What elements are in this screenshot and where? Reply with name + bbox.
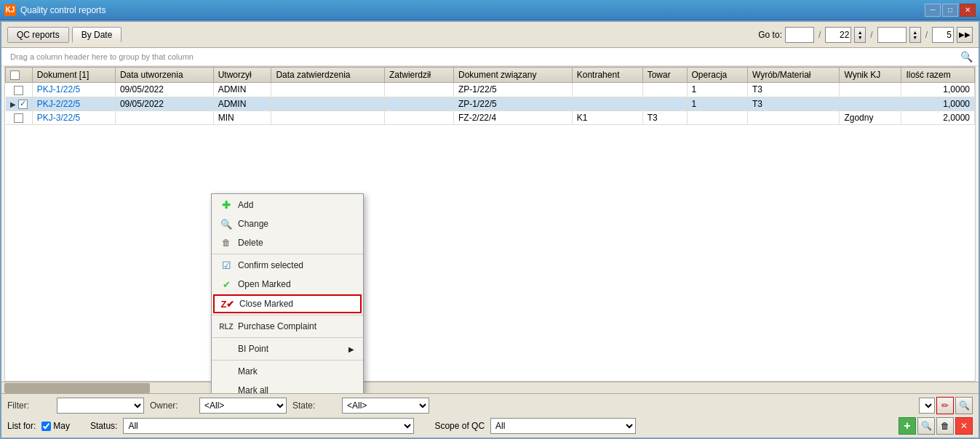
- row3-towar: T3: [642, 110, 687, 124]
- table-row[interactable]: PKJ-3/22/5 MIN FZ-2/22/4 K1 T3 Zgodny 2,…: [6, 110, 975, 124]
- context-menu-bi-point[interactable]: BI Point ▶: [212, 339, 363, 358]
- context-menu-add[interactable]: ✚ Add: [212, 196, 363, 214]
- col-header-data-utw[interactable]: Data utworzenia: [115, 68, 213, 83]
- context-menu-delete[interactable]: 🗑 Delete: [212, 233, 363, 252]
- ctx-mark-all-label: Mark all: [238, 385, 268, 393]
- listfor-checkbox[interactable]: [41, 422, 51, 431]
- row2-towar: [642, 97, 687, 110]
- col-header-data-zatw[interactable]: Data zatwierdzenia: [271, 68, 385, 83]
- goto-input-1[interactable]: [785, 27, 814, 43]
- close-button[interactable]: ✕: [960, 4, 976, 17]
- state-select[interactable]: <All>: [342, 398, 429, 414]
- drag-hint-text: Drag a column header here to group by th…: [10, 52, 194, 61]
- row2-kontrahent: [572, 97, 642, 110]
- close-red-button[interactable]: ✕: [955, 417, 973, 435]
- context-menu-change[interactable]: 🔍 Change: [212, 214, 363, 233]
- status-select[interactable]: All: [123, 418, 414, 434]
- window-title: Quality control reports: [20, 5, 105, 15]
- listfor-checkbox-area: May: [41, 421, 70, 431]
- ctx-purchase-complaint-label: Purchase Complaint: [238, 321, 316, 331]
- col-header-zatwierdzil[interactable]: Zatwierdził: [384, 68, 453, 83]
- col-header-towar[interactable]: Towar: [642, 68, 687, 83]
- row2-checkbox[interactable]: ▶: [6, 97, 33, 110]
- row2-dokument[interactable]: PKJ-2/22/5: [32, 97, 115, 110]
- separator-1: /: [817, 30, 822, 40]
- ctx-close-marked-label: Close Marked: [239, 299, 293, 309]
- goto-input-3[interactable]: [877, 27, 907, 43]
- context-menu-purchase-complaint[interactable]: RLZ Purchase Complaint: [212, 317, 363, 336]
- col-header-ilosc[interactable]: Ilość razem: [901, 68, 975, 83]
- col-header-wyrob[interactable]: Wyrób/Materiał: [747, 68, 839, 83]
- data-table-container[interactable]: Dokument [1] Data utworzenia Utworzył Da…: [4, 66, 976, 382]
- context-menu-close-marked[interactable]: Z✔ Close Marked: [213, 294, 362, 313]
- row1-wyrob: T3: [747, 83, 839, 97]
- ctx-add-label: Add: [238, 200, 253, 210]
- data-table: Dokument [1] Data utworzenia Utworzył Da…: [5, 67, 975, 125]
- ctx-delete-label: Delete: [238, 238, 263, 248]
- row1-wynik: [840, 83, 901, 97]
- filter-label: Filter:: [7, 400, 51, 411]
- add-button[interactable]: +: [899, 417, 916, 435]
- row2-wyrob: T3: [747, 97, 839, 110]
- context-menu-mark[interactable]: Mark: [212, 362, 363, 381]
- input3-spinner[interactable]: ▲ ▼: [909, 27, 921, 43]
- maximize-button[interactable]: □: [942, 4, 958, 17]
- row3-data-utw: [115, 110, 213, 124]
- listfor-month: May: [53, 421, 70, 431]
- row1-dokument[interactable]: PKJ-1/22/5: [32, 83, 115, 97]
- row3-operacja: [687, 110, 747, 124]
- mark-icon: [220, 366, 232, 377]
- context-menu-confirm-selected[interactable]: ☑ Confirm selected: [212, 256, 363, 275]
- ctx-mark-label: Mark: [238, 366, 258, 376]
- edit-red-button[interactable]: ✏: [936, 397, 954, 414]
- owner-select[interactable]: <All>: [199, 398, 287, 414]
- ctx-divider-4: [212, 360, 363, 361]
- tab-qc-reports[interactable]: QC reports: [7, 27, 69, 43]
- col-header-operacja[interactable]: Operacja: [687, 68, 747, 83]
- context-menu-mark-all[interactable]: Mark all: [212, 381, 363, 393]
- plus-icon: ✚: [220, 199, 232, 211]
- goto-input-4[interactable]: [932, 27, 954, 43]
- minimize-button[interactable]: ─: [925, 4, 941, 17]
- table-row[interactable]: PKJ-1/22/5 09/05/2022 ADMIN ZP-1/22/5 1 …: [6, 83, 975, 97]
- row1-operacja: 1: [687, 83, 747, 97]
- filter-select[interactable]: [57, 398, 144, 414]
- col-header-dok-zwi[interactable]: Dokument związany: [454, 68, 573, 83]
- title-bar: KJ Quality control reports ─ □ ✕: [0, 0, 980, 20]
- context-menu: ✚ Add 🔍 Change 🗑 Delete ☑ Confirm select…: [211, 193, 364, 393]
- row2-wynik: [840, 97, 901, 110]
- col-header-checkbox[interactable]: [6, 68, 33, 83]
- toolbar: QC reports By Date Go to: / ▲ ▼ / ▲ ▼ / …: [1, 22, 979, 48]
- table-row[interactable]: ▶ PKJ-2/22/5 09/05/2022 ADMIN ZP-1/22/5 …: [6, 97, 975, 110]
- row3-checkbox[interactable]: [6, 110, 33, 124]
- col-header-wynik[interactable]: Wynik KJ: [840, 68, 901, 83]
- search-red-button[interactable]: 🔍: [955, 397, 973, 414]
- row1-checkbox[interactable]: [6, 83, 33, 97]
- search-icon: 🔍: [220, 218, 232, 230]
- search-icon-top[interactable]: 🔍: [960, 51, 973, 63]
- scopeqc-select[interactable]: All: [490, 418, 636, 434]
- goto-input-2[interactable]: [825, 27, 851, 43]
- filter-right-select[interactable]: [919, 398, 935, 414]
- tab-by-date[interactable]: By Date: [72, 27, 122, 43]
- content-area: Drag a column header here to group by th…: [1, 48, 979, 393]
- scrollbar-thumb[interactable]: [4, 383, 150, 393]
- row3-dokument[interactable]: PKJ-3/22/5: [32, 110, 115, 124]
- ctx-change-label: Change: [238, 219, 268, 229]
- col-header-utworzyl[interactable]: Utworzył: [213, 68, 271, 83]
- page-spinner[interactable]: ▲ ▼: [854, 27, 866, 43]
- context-menu-open-marked[interactable]: ✔ Open Marked: [212, 275, 363, 294]
- rlz-icon: RLZ: [220, 321, 232, 332]
- horizontal-scrollbar[interactable]: [1, 382, 979, 393]
- search-button[interactable]: 🔍: [917, 417, 935, 435]
- row2-data-zatw: [271, 97, 385, 110]
- row1-ilosc: 1,0000: [901, 83, 975, 97]
- col-header-kontrahent[interactable]: Kontrahent: [572, 68, 642, 83]
- delete-button[interactable]: 🗑: [936, 417, 954, 435]
- state-label: State:: [292, 400, 336, 411]
- trash-icon: 🗑: [220, 237, 232, 249]
- nav-forward-button[interactable]: ▶▶: [957, 27, 973, 43]
- row3-ilosc: 2,0000: [901, 110, 975, 124]
- col-header-dokument[interactable]: Dokument [1]: [32, 68, 115, 83]
- row2-data-utw: 09/05/2022: [115, 97, 213, 110]
